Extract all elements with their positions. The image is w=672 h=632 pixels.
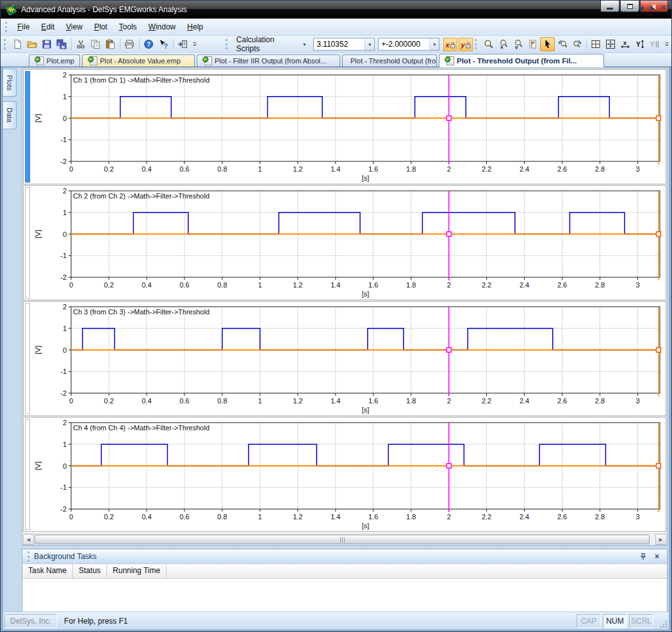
plot-document-icon <box>35 56 44 65</box>
chart-panel-ch1[interactable]: 00.20.40.60.811.21.41.61.822.22.42.62.83… <box>23 69 666 184</box>
svg-text:1.2: 1.2 <box>293 397 302 405</box>
menu-view[interactable]: View <box>60 20 88 34</box>
select-arrow-button[interactable] <box>540 37 555 51</box>
fit-all-button[interactable] <box>603 37 618 51</box>
svg-text:Ch 3 (from Ch 3) ->Math->Filte: Ch 3 (from Ch 3) ->Math->Filter->Thresho… <box>73 308 209 316</box>
svg-text:1.6: 1.6 <box>368 397 378 405</box>
script-editor-button[interactable] <box>176 37 190 51</box>
save-button[interactable] <box>40 37 54 51</box>
tab-plot-emp[interactable]: Plot.emp <box>29 54 80 67</box>
zoom-y-icon: y <box>513 39 523 49</box>
svg-text:2.6: 2.6 <box>557 397 567 405</box>
y-cursor-input[interactable] <box>379 40 429 49</box>
autoscale-y-button[interactable]: Y <box>633 37 648 51</box>
column-header-running-time[interactable]: Running Time <box>107 564 167 578</box>
chart-panel-ch2[interactable]: 00.20.40.60.811.21.41.61.822.22.42.62.83… <box>23 185 666 300</box>
autoscale-y-icon: Y <box>635 39 645 49</box>
svg-text:0.6: 0.6 <box>179 397 189 405</box>
menu-file[interactable]: File <box>12 20 35 34</box>
side-tab-data[interactable]: Data <box>3 101 17 129</box>
menu-help[interactable]: Help <box>181 20 209 34</box>
zoom-x-button[interactable]: x <box>496 37 511 51</box>
save-all-button[interactable] <box>54 37 69 51</box>
menu-tools[interactable]: Tools <box>113 20 143 34</box>
tab-scroll-right-icon[interactable]: ▶ <box>650 4 655 12</box>
menu-edit[interactable]: Edit <box>35 20 60 34</box>
svg-text:2: 2 <box>63 303 67 311</box>
svg-text:2.6: 2.6 <box>557 165 567 173</box>
tab-close-icon[interactable]: × <box>661 3 666 12</box>
panel-close-icon[interactable]: × <box>655 552 659 561</box>
context-help-icon: ? <box>158 39 168 49</box>
background-tasks-header[interactable]: Background Tasks × <box>22 549 667 564</box>
x-axis-lock-button[interactable]: x <box>443 38 457 51</box>
plot-ch4[interactable]: 00.20.40.60.811.21.41.61.822.22.42.62.83… <box>24 417 667 531</box>
autoscale-x-button[interactable]: x <box>618 37 633 51</box>
paste-button[interactable] <box>103 37 118 51</box>
svg-text:1.2: 1.2 <box>293 281 302 289</box>
scrollbar-thumb[interactable] <box>35 535 650 544</box>
svg-text:1.8: 1.8 <box>406 397 416 405</box>
column-header-task-name[interactable]: Task Name <box>22 564 73 578</box>
svg-text:3: 3 <box>635 513 639 521</box>
save-all-icon <box>56 39 67 49</box>
svg-text:-1: -1 <box>60 483 67 491</box>
tab-scroll-left-icon[interactable]: ◀ <box>639 4 644 12</box>
plot-ch3[interactable]: 00.20.40.60.811.21.41.61.822.22.42.62.83… <box>24 302 667 415</box>
tab-plot-threshold-output-from-fil[interactable]: Plot - Threshold Output (from Fil... <box>439 54 604 67</box>
svg-text:1: 1 <box>63 93 67 101</box>
help-button[interactable]: ? <box>142 37 156 51</box>
svg-text:0.6: 0.6 <box>179 165 189 173</box>
svg-text:-2: -2 <box>60 273 67 281</box>
svg-text:?: ? <box>147 41 151 48</box>
zoom-button[interactable] <box>481 37 496 51</box>
minimize-button[interactable] <box>600 1 619 12</box>
keyboard-indicators: CAPNUMSCRL <box>577 614 653 628</box>
y-axis-lock-button[interactable]: y <box>459 38 473 51</box>
y-cursor-combobox[interactable]: ▾ <box>378 38 439 51</box>
print-button[interactable] <box>122 37 137 51</box>
chevron-down-icon: ▾ <box>303 42 306 47</box>
toolbar-options-button[interactable] <box>662 37 671 51</box>
chart-panel-ch3[interactable]: 00.20.40.60.811.21.41.61.822.22.42.62.83… <box>23 301 666 416</box>
scroll-right-icon[interactable]: ▶ <box>655 534 666 545</box>
svg-text:[s]: [s] <box>362 290 370 298</box>
zoom-back-button[interactable] <box>555 37 570 51</box>
context-help-button[interactable]: ? <box>156 37 171 51</box>
calculation-scripts-button[interactable]: Calculation Scripts▾ <box>232 33 310 55</box>
copy-button[interactable] <box>88 37 103 51</box>
tile-windows-button[interactable] <box>589 37 603 51</box>
tab-plot-absolute-value-emp[interactable]: Plot - Absolute Value.emp <box>82 54 195 67</box>
plot-ch1[interactable]: 00.20.40.60.811.21.41.61.822.22.42.62.83… <box>24 70 667 183</box>
resize-grip-icon[interactable] <box>659 620 668 629</box>
chart-panel-ch4[interactable]: 00.20.40.60.811.21.41.61.822.22.42.62.83… <box>23 417 666 532</box>
plot-ch2[interactable]: 00.20.40.60.811.21.41.61.822.22.42.62.83… <box>24 186 667 299</box>
annotation-button[interactable] <box>525 37 540 51</box>
toolbar-separator <box>173 38 174 50</box>
zoom-forward-button[interactable] <box>570 37 584 51</box>
zoom-y-button[interactable]: y <box>511 37 525 51</box>
pin-icon[interactable] <box>639 553 647 560</box>
scroll-left-icon[interactable]: ◀ <box>23 534 34 545</box>
menu-plot[interactable]: Plot <box>88 20 113 34</box>
toolbar-options-button[interactable] <box>190 37 199 51</box>
restore-button[interactable] <box>620 1 639 12</box>
tab-plot-threshold-output-from-filt[interactable]: Plot - Threshold Output (from Filt... <box>342 54 437 67</box>
new-file-button[interactable] <box>10 37 25 51</box>
menu-window[interactable]: Window <box>143 20 182 34</box>
horizontal-scrollbar[interactable]: ◀▶ <box>23 533 666 544</box>
cut-button[interactable] <box>74 37 88 51</box>
svg-text:3: 3 <box>635 165 639 173</box>
autoscale-y-all-button[interactable]: Y <box>648 37 662 51</box>
company-label: DelSys, Inc. <box>4 614 57 628</box>
chevron-down-icon[interactable]: ▾ <box>429 38 439 50</box>
tab-plot-filter-iir-output-from-absol[interactable]: Plot - Filter IIR Output (from Absol... <box>197 54 340 67</box>
x-cursor-combobox[interactable]: ▾ <box>313 38 375 51</box>
toolbar-separator <box>71 38 72 50</box>
overflow-icon <box>191 40 199 49</box>
chevron-down-icon[interactable]: ▾ <box>365 38 374 50</box>
x-cursor-input[interactable] <box>314 40 365 49</box>
open-file-button[interactable] <box>25 37 40 51</box>
column-header-status[interactable]: Status <box>73 564 107 578</box>
side-tab-plots[interactable]: Plots <box>3 69 17 97</box>
